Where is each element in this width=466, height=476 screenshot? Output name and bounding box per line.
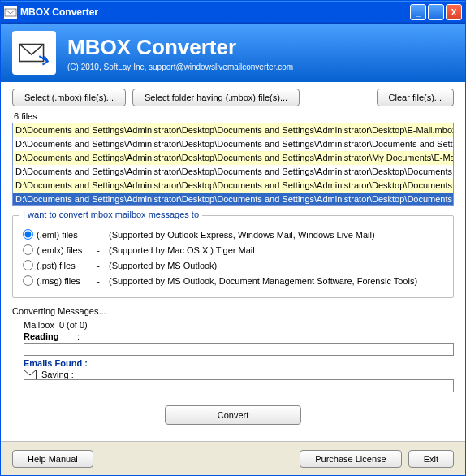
app-window: MBOX Converter _ □ X MBOX Converter (C) …: [0, 0, 466, 476]
format-option-row: (.pst) files-(Supported by MS Outlook): [23, 260, 443, 270]
file-row[interactable]: D:\Documents and Settings\Administrator\…: [13, 165, 453, 179]
mailbox-label: Mailbox: [24, 320, 54, 330]
format-radio[interactable]: [23, 275, 33, 286]
app-logo-icon: [12, 31, 56, 75]
format-radio-wrap[interactable]: (.pst) files: [23, 260, 88, 270]
file-list[interactable]: D:\Documents and Settings\Administrator\…: [12, 123, 454, 206]
format-option-row: (.msg) files-(Supported by MS Outlook, D…: [23, 275, 443, 286]
minimize-button[interactable]: _: [410, 4, 426, 20]
mailbox-progress-row: Mailbox 0 (of 0): [24, 320, 454, 330]
progress-bar: [24, 343, 454, 356]
file-row[interactable]: D:\Documents and Settings\Administrator\…: [13, 179, 453, 193]
dash: -: [94, 245, 102, 255]
format-radio-wrap[interactable]: (.msg) files: [23, 275, 88, 286]
dash: -: [94, 230, 102, 240]
saving-label: Saving :: [41, 370, 74, 379]
titlebar: MBOX Converter _ □ X: [1, 1, 465, 24]
file-row[interactable]: D:\Documents and Settings\Administrator\…: [13, 151, 453, 165]
group-legend: I want to convert mbox mailbox messages …: [19, 210, 202, 219]
format-option-row: (.eml) files-(Supported by Outlook Expre…: [23, 229, 443, 240]
select-folder-button[interactable]: Select folder having (.mbox) file(s)...: [132, 89, 300, 106]
reading-colon: :: [77, 331, 80, 341]
progress-title: Converting Messages...: [12, 306, 454, 316]
top-button-row: Select (.mbox) file(s)... Select folder …: [12, 89, 454, 106]
purchase-license-button[interactable]: Purchase License: [300, 450, 401, 468]
header-banner: MBOX Converter (C) 2010, SoftLay Inc, su…: [1, 24, 465, 82]
saving-progress-bar: [24, 379, 454, 392]
select-mbox-button[interactable]: Select (.mbox) file(s)...: [12, 89, 126, 106]
format-description: (Supported by Outlook Express, Windows M…: [109, 230, 375, 240]
saving-row: Saving :: [24, 370, 454, 379]
dash: -: [94, 276, 102, 286]
reading-label: Reading: [24, 331, 72, 341]
format-description: (Supported by Mac OS X ) Tiger Mail: [109, 245, 255, 255]
convert-button[interactable]: Convert: [165, 405, 302, 425]
format-radio[interactable]: [23, 260, 33, 270]
header-texts: MBOX Converter (C) 2010, SoftLay Inc, su…: [67, 35, 293, 71]
format-option-row: (.emlx) files-(Supported by Mac OS X ) T…: [23, 244, 443, 255]
file-row[interactable]: D:\Documents and Settings\Administrator\…: [13, 137, 453, 151]
format-radio[interactable]: [23, 229, 33, 240]
file-row[interactable]: D:\Documents and Settings\Administrator\…: [13, 123, 453, 137]
envelope-icon: [24, 370, 37, 379]
format-label: (.emlx) files: [37, 245, 82, 255]
format-description: (Supported by MS Outlook): [109, 261, 217, 270]
dash: -: [94, 261, 102, 270]
exit-button[interactable]: Exit: [408, 450, 454, 468]
help-manual-button[interactable]: Help Manual: [12, 450, 93, 468]
reading-row: Reading :: [24, 331, 454, 341]
maximize-button[interactable]: □: [428, 4, 444, 20]
format-description: (Supported by MS Outlook, Document Manag…: [109, 276, 417, 286]
format-radio-wrap[interactable]: (.eml) files: [23, 229, 88, 240]
format-radio[interactable]: [23, 244, 33, 255]
content-area: Select (.mbox) file(s)... Select folder …: [1, 82, 465, 441]
close-button[interactable]: X: [446, 4, 462, 20]
format-label: (.eml) files: [37, 230, 78, 240]
window-title: MBOX Converter: [20, 6, 410, 18]
bottom-bar: Help Manual Purchase License Exit: [1, 441, 465, 475]
clear-files-button[interactable]: Clear file(s)...: [377, 89, 454, 106]
emails-found-label: Emails Found :: [24, 358, 454, 368]
mailbox-value: 0 (of 0): [59, 320, 88, 330]
app-icon: [4, 6, 17, 19]
app-title: MBOX Converter: [67, 35, 293, 60]
convert-button-row: Convert: [12, 405, 454, 425]
progress-section: Converting Messages... Mailbox 0 (of 0) …: [12, 306, 454, 392]
window-buttons: _ □ X: [410, 4, 462, 20]
file-row[interactable]: D:\Documents and Settings\Administrator\…: [13, 193, 453, 206]
format-label: (.msg) files: [37, 276, 80, 286]
format-label: (.pst) files: [37, 261, 76, 270]
convert-options-group: I want to convert mbox mailbox messages …: [12, 215, 454, 298]
copyright-text: (C) 2010, SoftLay Inc, support@windowsli…: [67, 63, 293, 71]
format-radio-wrap[interactable]: (.emlx) files: [23, 244, 88, 255]
file-count-label: 6 files: [14, 111, 454, 121]
